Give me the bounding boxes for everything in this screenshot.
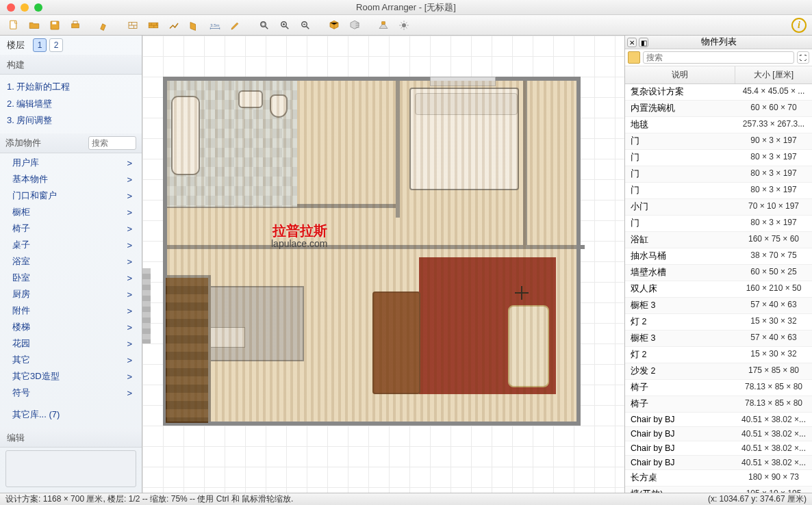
walkthrough-button[interactable] bbox=[374, 17, 393, 34]
rug-object[interactable] bbox=[419, 257, 556, 394]
new-file-button[interactable] bbox=[4, 17, 23, 34]
object-row[interactable]: Chair by BJ40.51 × 38.02 ×... bbox=[625, 456, 812, 470]
category-item[interactable]: 浴室> bbox=[0, 253, 142, 270]
door-tool-button[interactable] bbox=[185, 17, 204, 34]
object-row[interactable]: 长方桌180 × 90 × 73 bbox=[625, 470, 812, 487]
object-list-button[interactable] bbox=[345, 17, 364, 34]
category-item[interactable]: 椅子> bbox=[0, 220, 142, 237]
kitchen-counter-object[interactable] bbox=[194, 286, 304, 361]
object-size-cell: 180 × 90 × 73 bbox=[735, 470, 812, 486]
floor-button-2[interactable]: 2 bbox=[49, 38, 63, 52]
object-row[interactable]: 小门70 × 10 × 197 bbox=[625, 199, 812, 216]
save-file-button[interactable] bbox=[45, 17, 64, 34]
category-item[interactable]: 其它> bbox=[0, 352, 142, 368]
category-item[interactable]: 花园> bbox=[0, 335, 142, 352]
floor-plan[interactable] bbox=[163, 77, 581, 426]
dining-table-object[interactable] bbox=[372, 292, 420, 394]
zoom-fit-button[interactable] bbox=[255, 17, 274, 34]
category-item[interactable]: 厨房> bbox=[0, 286, 142, 302]
category-item[interactable]: 其它3D造型> bbox=[0, 368, 142, 385]
object-row[interactable]: 门80 × 3 × 197 bbox=[625, 216, 812, 232]
expand-panel-button[interactable]: ⛶ bbox=[797, 51, 809, 64]
object-row[interactable]: 灯 215 × 30 × 32 bbox=[625, 347, 812, 363]
sink-object[interactable] bbox=[238, 90, 263, 108]
kitchen-sink-object[interactable] bbox=[208, 327, 245, 348]
object-row[interactable]: 灯 215 × 30 × 32 bbox=[625, 314, 812, 331]
object-name-cell: 门 bbox=[625, 150, 735, 166]
object-row[interactable]: 椅子78.13 × 85 × 80 bbox=[625, 380, 812, 396]
object-row[interactable]: 双人床160 × 210 × 50 bbox=[625, 281, 812, 298]
brick-wall-button[interactable] bbox=[144, 17, 163, 34]
object-size-cell: 78.13 × 85 × 80 bbox=[735, 396, 812, 412]
category-item[interactable]: 符号> bbox=[0, 385, 142, 401]
move-cursor-icon bbox=[515, 286, 529, 300]
dimension-button[interactable]: 3.5m bbox=[205, 17, 225, 34]
bathtub-object[interactable] bbox=[171, 96, 200, 175]
object-row[interactable]: 内置洗碗机60 × 60 × 70 bbox=[625, 101, 812, 117]
object-size-cell: 78.13 × 85 × 80 bbox=[735, 380, 812, 396]
sofa-object[interactable] bbox=[508, 305, 549, 387]
object-row[interactable]: Chair by BJ40.51 × 38.02 ×... bbox=[625, 413, 812, 427]
panel-pin-button[interactable]: ◧ bbox=[639, 38, 648, 47]
build-step-3[interactable]: 3. 房间调整 bbox=[7, 112, 135, 129]
category-label: 花园 bbox=[12, 337, 30, 350]
category-item[interactable]: 门口和窗户> bbox=[0, 187, 142, 204]
other-libraries-link[interactable]: 其它库... (7) bbox=[0, 402, 142, 428]
category-item[interactable]: 桌子> bbox=[0, 237, 142, 253]
bed-object[interactable] bbox=[409, 88, 519, 190]
panel-close-button[interactable]: ✕ bbox=[627, 38, 637, 47]
object-row[interactable]: 沙发 2175 × 85 × 80 bbox=[625, 363, 812, 380]
category-item[interactable]: 楼梯> bbox=[0, 319, 142, 335]
zoom-out-button[interactable] bbox=[296, 17, 315, 34]
object-row[interactable]: 抽水马桶38 × 70 × 75 bbox=[625, 248, 812, 265]
toilet-object[interactable] bbox=[270, 94, 288, 118]
category-item[interactable]: 基本物件> bbox=[0, 171, 142, 187]
column-header-name[interactable]: 说明 bbox=[625, 66, 735, 83]
chevron-right-icon: > bbox=[127, 388, 132, 398]
draw-wall-button[interactable] bbox=[164, 17, 183, 34]
object-name-cell: 浴缸 bbox=[625, 232, 735, 248]
object-row[interactable]: 橱柜 357 × 40 × 63 bbox=[625, 331, 812, 347]
object-row[interactable]: 门80 × 3 × 197 bbox=[625, 166, 812, 183]
category-label: 基本物件 bbox=[12, 173, 48, 185]
view-3d-button[interactable] bbox=[325, 17, 344, 34]
floorplan-canvas[interactable]: 拉普拉斯 lapulace.com bbox=[142, 36, 624, 493]
left-search-input[interactable] bbox=[88, 136, 136, 150]
open-file-button[interactable] bbox=[25, 17, 44, 34]
object-row[interactable]: Chair by BJ40.51 × 38.02 ×... bbox=[625, 441, 812, 456]
object-size-cell: 40.51 × 38.02 ×... bbox=[735, 413, 812, 426]
column-header-size[interactable]: 大小 [厘米] bbox=[735, 66, 812, 83]
build-step-2[interactable]: 2. 编辑墙壁 bbox=[7, 96, 135, 113]
toolbar: 3.5m i bbox=[0, 15, 812, 36]
category-item[interactable]: 卧室> bbox=[0, 270, 142, 286]
object-size-cell: 80 × 3 × 197 bbox=[735, 150, 812, 166]
object-row[interactable]: 墙壁水槽60 × 50 × 25 bbox=[625, 265, 812, 281]
print-button[interactable] bbox=[66, 17, 85, 34]
pencil-button[interactable] bbox=[226, 17, 245, 34]
object-row[interactable]: 门80 × 3 × 197 bbox=[625, 150, 812, 166]
category-item[interactable]: 用户库> bbox=[0, 155, 142, 171]
category-item[interactable]: 附件> bbox=[0, 302, 142, 319]
object-search-input[interactable] bbox=[643, 51, 794, 64]
object-row[interactable]: Chair by BJ40.51 × 38.02 ×... bbox=[625, 427, 812, 441]
object-name-cell: 橱柜 3 bbox=[625, 331, 735, 346]
object-row[interactable]: 橱柜 357 × 40 × 63 bbox=[625, 298, 812, 314]
zoom-in-button[interactable] bbox=[275, 17, 294, 34]
object-row[interactable]: 浴缸160 × 75 × 60 bbox=[625, 232, 812, 248]
lighting-button[interactable] bbox=[394, 17, 414, 34]
object-row[interactable]: 门90 × 3 × 197 bbox=[625, 133, 812, 150]
info-button[interactable]: i bbox=[791, 18, 807, 33]
wall-tool-button[interactable] bbox=[123, 17, 142, 34]
stairs-object[interactable] bbox=[163, 275, 211, 426]
object-row[interactable]: 复杂设计方案45.4 × 45.05 × ... bbox=[625, 84, 812, 101]
floor-button-1[interactable]: 1 bbox=[33, 38, 47, 52]
object-row[interactable]: 椅子78.13 × 85 × 80 bbox=[625, 396, 812, 413]
brush-button[interactable] bbox=[94, 17, 114, 34]
object-row[interactable]: 墙(开放)105 × 10 × 195 bbox=[625, 487, 812, 493]
category-item[interactable]: 橱柜> bbox=[0, 204, 142, 220]
filter-icon[interactable] bbox=[628, 51, 640, 64]
object-row[interactable]: 地毯257.33 × 267.3... bbox=[625, 117, 812, 133]
object-name-cell: 门 bbox=[625, 183, 735, 198]
object-row[interactable]: 门80 × 3 × 197 bbox=[625, 183, 812, 199]
build-step-1[interactable]: 1. 开始新的工程 bbox=[7, 79, 135, 96]
